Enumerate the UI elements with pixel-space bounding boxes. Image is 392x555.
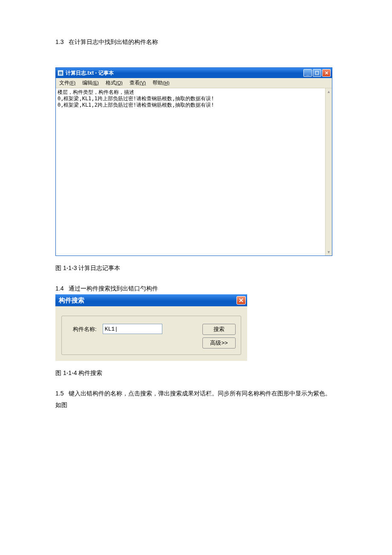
menu-help[interactable]: 帮助(H) bbox=[151, 79, 171, 87]
search-title: 构件搜索 bbox=[59, 296, 84, 305]
close-button[interactable]: ✕ bbox=[236, 296, 246, 305]
minimize-button[interactable]: _ bbox=[303, 69, 312, 77]
menu-file[interactable]: 文件(F) bbox=[58, 79, 77, 87]
search-body: 构件名称: 搜索 高级>> bbox=[55, 306, 247, 361]
notepad-app-icon: ▤ bbox=[58, 70, 63, 76]
scroll-up-icon[interactable]: ▲ bbox=[326, 88, 332, 95]
scroll-down-icon[interactable]: ▼ bbox=[326, 249, 332, 256]
figure-caption-1-1-3: 图 1-1-3 计算日志记事本 bbox=[55, 264, 337, 272]
search-group: 构件名称: 搜索 高级>> bbox=[61, 316, 241, 355]
notepad-body: 楼层，构件类型，构件名称，描述 0,框架梁,KL1,1跨上部负筋过密!请检查钢筋… bbox=[56, 88, 332, 256]
heading-1-5: 1.5 键入出错构件的名称，点击搜索，弹出搜索成果对话栏。同步所有同名称构件在图… bbox=[55, 390, 337, 398]
component-name-label: 构件名称: bbox=[73, 324, 97, 333]
heading-text: 通过一构件搜索找到出错口勺构件 bbox=[69, 285, 158, 292]
heading-num: 1.3 bbox=[55, 38, 63, 45]
heading-1-3: 1.3 在计算日志中找到出错的构件名称 bbox=[55, 38, 337, 46]
search-button[interactable]: 搜索 bbox=[202, 324, 236, 335]
heading-text: 键入出错构件的名称，点击搜索，弹出搜索成果对话栏。同步所有同名称构件在图形中显示… bbox=[69, 390, 331, 397]
notepad-menubar: 文件(F) 编辑(E) 格式(O) 查看(V) 帮助(H) bbox=[56, 78, 332, 88]
close-button[interactable]: ✕ bbox=[322, 69, 331, 77]
search-dialog: 构件搜索 ✕ 构件名称: 搜索 高级>> bbox=[55, 294, 247, 361]
search-titlebar[interactable]: 构件搜索 ✕ bbox=[55, 294, 247, 306]
heading-num: 1.5 bbox=[55, 390, 63, 397]
heading-1-4: 1.4 通过一构件搜索找到出错口勺构件 bbox=[55, 285, 337, 293]
notepad-titlebar[interactable]: ▤ 计算日志.txt - 记事本 _ ☐ ✕ bbox=[56, 68, 332, 78]
figure-caption-1-1-4: 图 1-1-4 构件搜索 bbox=[55, 369, 337, 377]
body-text-1-5: 如图 bbox=[55, 400, 337, 410]
menu-view[interactable]: 查看(V) bbox=[128, 79, 148, 87]
heading-num: 1.4 bbox=[55, 285, 63, 292]
menu-format[interactable]: 格式(O) bbox=[104, 79, 124, 87]
search-buttons: 搜索 高级>> bbox=[202, 324, 236, 349]
heading-text: 在计算日志中找到出错的构件名称 bbox=[69, 38, 158, 45]
component-name-input[interactable] bbox=[103, 324, 162, 334]
window-controls: _ ☐ ✕ bbox=[303, 69, 331, 77]
menu-edit[interactable]: 编辑(E) bbox=[81, 79, 101, 87]
scrollbar[interactable]: ▲ ▼ bbox=[325, 88, 332, 256]
notepad-window: ▤ 计算日志.txt - 记事本 _ ☐ ✕ 文件(F) 编辑(E) 格式(O)… bbox=[55, 67, 332, 256]
maximize-button[interactable]: ☐ bbox=[313, 69, 321, 77]
advanced-button[interactable]: 高级>> bbox=[202, 337, 236, 349]
notepad-content[interactable]: 楼层，构件类型，构件名称，描述 0,框架梁,KL1,1跨上部负筋过密!请检查钢筋… bbox=[56, 88, 325, 256]
notepad-title: 计算日志.txt - 记事本 bbox=[66, 70, 303, 77]
document-page: 1.3 在计算日志中找到出错的构件名称 ▤ 计算日志.txt - 记事本 _ ☐… bbox=[0, 0, 392, 444]
